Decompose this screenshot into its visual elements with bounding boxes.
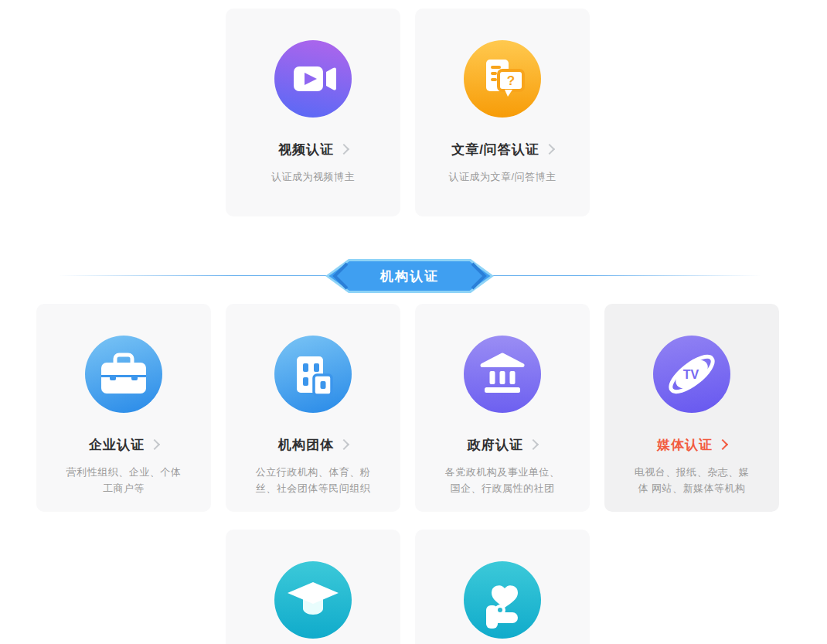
card-video-certification[interactable]: 视频认证 认证成为视频博主	[226, 9, 400, 216]
card-title-label: 媒体认证	[657, 436, 713, 454]
card-description: 电视台、报纸、杂志、媒 体 网站、新媒体等机构	[614, 464, 769, 496]
article-qa-icon: ?	[464, 40, 541, 118]
desc-line: 国企、行政属性的社团	[425, 480, 580, 496]
briefcase-icon	[85, 336, 162, 413]
media-tv-icon: TV	[653, 336, 730, 413]
government-bank-icon	[464, 336, 541, 413]
card-title: 媒体认证	[604, 435, 779, 454]
card-title: 机构团体	[226, 435, 400, 454]
chevron-right-icon	[528, 439, 539, 450]
desc-line: 各党政机构及事业单位、	[425, 464, 580, 480]
card-article-qa-certification[interactable]: ? 文章/问答认证 认证成为文章/问答博主	[415, 9, 590, 216]
card-description: 各党政机构及事业单位、 国企、行政属性的社团	[425, 464, 580, 496]
desc-line: 营利性组织、企业、个体	[46, 464, 201, 480]
chevron-right-icon	[544, 144, 555, 155]
chevron-right-icon	[339, 439, 349, 450]
section-banner: 机构认证	[325, 259, 494, 293]
card-media-certification[interactable]: TV 媒体认证 电视台、报纸、杂志、媒 体 网站、新媒体等机构	[604, 304, 779, 512]
card-title-label: 文章/问答认证	[451, 141, 539, 158]
heart-in-hand-icon	[464, 561, 541, 639]
desc-line: 电视台、报纸、杂志、媒	[614, 464, 769, 480]
card-description: 营利性组织、企业、个体 工商户等	[46, 464, 201, 496]
card-enterprise-certification[interactable]: 企业认证 营利性组织、企业、个体 工商户等	[36, 304, 211, 512]
card-campus-certification[interactable]	[226, 530, 400, 644]
svg-text:?: ?	[507, 73, 515, 88]
graduation-cap-icon	[274, 561, 352, 639]
video-icon	[274, 40, 352, 118]
desc-line: 体 网站、新媒体等机构	[614, 480, 769, 496]
desc-line: 丝、社会团体等民间组织	[236, 480, 390, 496]
card-title-label: 机构团体	[278, 436, 334, 454]
card-title: 文章/问答认证	[415, 140, 590, 158]
card-title: 视频认证	[226, 140, 400, 158]
card-description: 认证成为文章/问答博主	[425, 169, 580, 185]
chevron-right-icon	[149, 439, 160, 450]
chevron-right-icon	[717, 439, 728, 450]
card-title-label: 视频认证	[278, 141, 334, 158]
buildings-icon	[274, 336, 352, 413]
section-banner-label: 机构认证	[325, 259, 494, 293]
card-description: 公立行政机构、体育、粉 丝、社会团体等民间组织	[236, 464, 390, 496]
card-charity-certification[interactable]	[415, 530, 590, 644]
chevron-right-icon	[339, 144, 349, 155]
desc-line: 认证成为视频博主	[236, 169, 390, 185]
desc-line: 工商户等	[46, 480, 201, 496]
card-organization-group[interactable]: 机构团体 公立行政机构、体育、粉 丝、社会团体等民间组织	[226, 304, 400, 512]
card-description: 认证成为视频博主	[236, 169, 390, 185]
desc-line: 公立行政机构、体育、粉	[236, 464, 390, 480]
card-title-label: 政府认证	[468, 436, 523, 454]
card-title-label: 企业认证	[89, 436, 145, 454]
card-title: 政府认证	[415, 435, 590, 454]
desc-line: 认证成为文章/问答博主	[425, 169, 580, 185]
svg-text:TV: TV	[683, 368, 699, 381]
card-title: 企业认证	[36, 435, 211, 454]
card-government-certification[interactable]: 政府认证 各党政机构及事业单位、 国企、行政属性的社团	[415, 304, 590, 512]
